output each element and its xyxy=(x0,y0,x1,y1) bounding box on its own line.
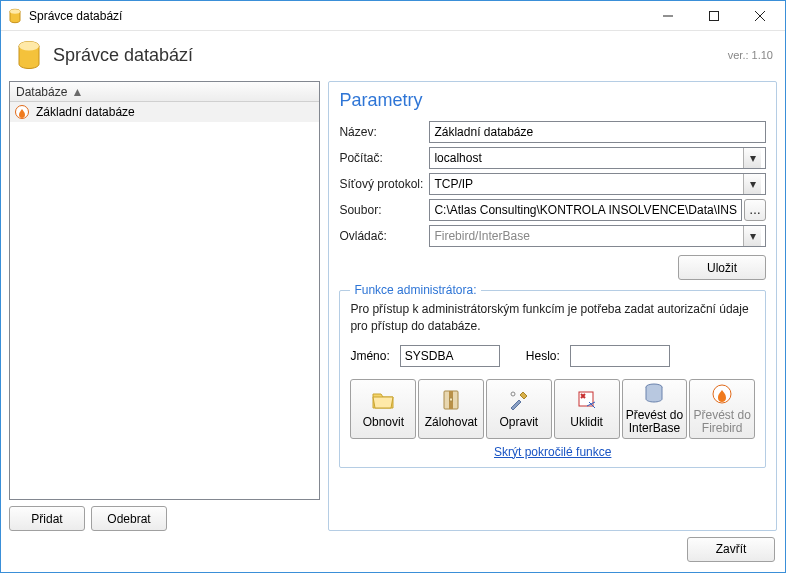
password-input[interactable] xyxy=(570,345,670,367)
column-header-label: Databáze xyxy=(16,85,67,99)
close-dialog-button[interactable]: Zavřít xyxy=(687,537,775,562)
browse-button[interactable]: … xyxy=(744,199,766,221)
file-input[interactable]: C:\Atlas Consulting\KONTROLA INSOLVENCE\… xyxy=(429,199,742,221)
host-select[interactable]: localhost▾ xyxy=(429,147,766,169)
minimize-button[interactable] xyxy=(645,1,691,30)
app-icon xyxy=(7,8,23,24)
archive-icon xyxy=(439,388,463,412)
column-header-database[interactable]: Databáze ▲ xyxy=(10,82,319,102)
username-input[interactable] xyxy=(400,345,500,367)
repair-button[interactable]: Opravit xyxy=(486,379,552,439)
cleanup-button[interactable]: Uklidit xyxy=(554,379,620,439)
admin-description: Pro přístup k administrátorským funkcím … xyxy=(350,301,755,335)
sort-asc-icon: ▲ xyxy=(71,85,83,99)
chevron-down-icon: ▾ xyxy=(743,226,761,246)
file-label: Soubor: xyxy=(339,203,429,217)
svg-rect-3 xyxy=(710,11,719,20)
hide-advanced-link[interactable]: Skrýt pokročilé funkce xyxy=(350,445,755,459)
svg-point-1 xyxy=(10,9,20,13)
firebird-icon xyxy=(14,104,30,120)
database-icon xyxy=(13,39,45,71)
parameters-title: Parametry xyxy=(339,90,766,111)
svg-rect-11 xyxy=(450,398,453,401)
driver-select: Firebird/InterBase▾ xyxy=(429,225,766,247)
firebird-icon xyxy=(710,382,734,406)
chevron-down-icon: ▾ xyxy=(743,148,761,168)
header: Správce databází ver.: 1.10 xyxy=(1,31,785,79)
svg-point-12 xyxy=(511,392,515,396)
password-label: Heslo: xyxy=(526,349,560,363)
close-button[interactable] xyxy=(737,1,783,30)
tools-icon xyxy=(507,388,531,412)
convert-firebird-button: Převést do Firebird xyxy=(689,379,755,439)
name-label: Název: xyxy=(339,125,429,139)
footer: Zavřít xyxy=(1,531,785,567)
protocol-label: Síťový protokol: xyxy=(339,177,429,191)
username-label: Jméno: xyxy=(350,349,389,363)
version-label: ver.: 1.10 xyxy=(728,49,773,61)
cleanup-icon xyxy=(575,388,599,412)
interbase-icon xyxy=(642,382,666,406)
folder-open-icon xyxy=(371,388,395,412)
list-item-label: Základní databáze xyxy=(36,105,135,119)
save-button[interactable]: Uložit xyxy=(678,255,766,280)
convert-interbase-button[interactable]: Převést do InterBase xyxy=(622,379,688,439)
database-list-panel: Databáze ▲ Základní databáze Přidat Odeb… xyxy=(9,81,320,531)
admin-legend: Funkce administrátora: xyxy=(350,283,480,297)
restore-button[interactable]: Obnovit xyxy=(350,379,416,439)
chevron-down-icon: ▾ xyxy=(743,174,761,194)
admin-fieldset: Funkce administrátora: Pro přístup k adm… xyxy=(339,290,766,468)
page-title: Správce databází xyxy=(53,45,193,66)
host-label: Počítač: xyxy=(339,151,429,165)
maximize-button[interactable] xyxy=(691,1,737,30)
list-item[interactable]: Základní databáze xyxy=(10,102,319,122)
add-button[interactable]: Přidat xyxy=(9,506,85,531)
titlebar: Správce databází xyxy=(1,1,785,31)
backup-button[interactable]: Zálohovat xyxy=(418,379,484,439)
parameters-panel: Parametry Název: Základní databáze Počít… xyxy=(328,81,777,531)
database-list[interactable]: Databáze ▲ Základní databáze xyxy=(9,81,320,500)
remove-button[interactable]: Odebrat xyxy=(91,506,167,531)
driver-label: Ovládač: xyxy=(339,229,429,243)
svg-point-7 xyxy=(19,42,39,51)
name-input[interactable]: Základní databáze xyxy=(429,121,766,143)
window-title: Správce databází xyxy=(29,9,645,23)
protocol-select[interactable]: TCP/IP▾ xyxy=(429,173,766,195)
